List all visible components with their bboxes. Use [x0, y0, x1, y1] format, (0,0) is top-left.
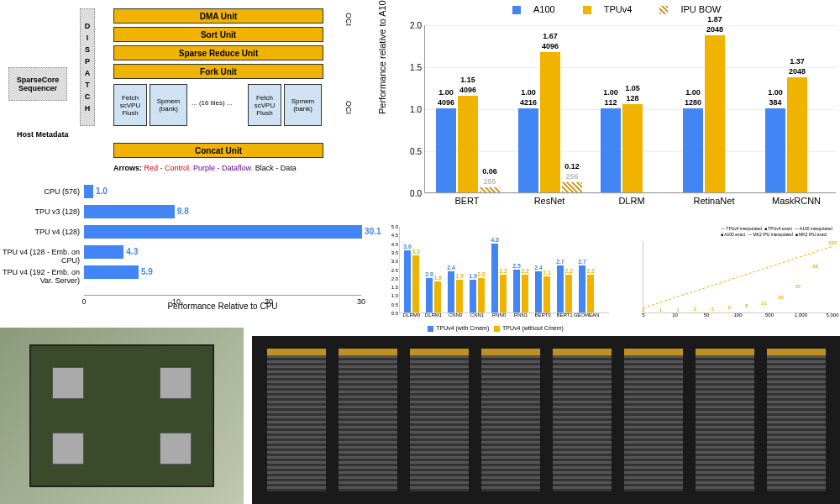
- spmem-right: Spmem (bank): [284, 84, 322, 126]
- scaling-plot: 510501005001,0005,000111235811203768103: [643, 241, 832, 313]
- tile-right: FetchscVPUFlush: [248, 84, 281, 126]
- concat-unit: Concat Unit: [113, 143, 323, 158]
- tpu-board-photo: [0, 328, 244, 504]
- main-legend: A100 TPUv4 IPU BOW: [512, 4, 746, 14]
- sparse-reduce-unit: Sparse Reduce Unit: [113, 45, 323, 60]
- spmem-left: Spmem (bank): [150, 84, 187, 126]
- tile-left: FetchscVPUFlush: [113, 84, 147, 126]
- host-metadata-label: Host Metadata: [17, 130, 69, 139]
- scaling-chart: — TPUv4 interpolated ■ TPUv4 exact — A10…: [622, 223, 836, 332]
- main-plot: 0.00.51.01.52.0BERT1.0040961.1540960.062…: [424, 25, 836, 193]
- hbar-xlabel: Performance Relative to CPU: [84, 302, 361, 311]
- perfw-plot: 0.00.51.01.52.02.53.03.54.04.55.03.63.3D…: [399, 227, 609, 313]
- horizontal-bar-chart: CPU (576)1.0TPU v3 (128)9.8TPU v4 (128)3…: [0, 181, 370, 311]
- sequencer-box: SparseCore Sequencer: [8, 67, 67, 101]
- dma-unit: DMA Unit: [113, 8, 323, 24]
- arrows-legend: Arrows: Red - Control. Purple - Dataflow…: [113, 164, 297, 172]
- fork-unit: Fork Unit: [113, 64, 323, 79]
- sparsecore-diagram: SparseCore Sequencer Host Metadata DISPA…: [0, 0, 370, 176]
- hbar-xaxis: 0102030: [84, 295, 361, 296]
- tpu-pod-photo: [252, 336, 840, 504]
- main-bar-chart: A100 TPUv4 IPU BOW Performance relative …: [378, 0, 840, 218]
- oci-bottom-label: OCI: [344, 101, 353, 114]
- sort-unit: Sort Unit: [113, 27, 323, 42]
- perfw-legend: TPUv4 (with Cmem) TPUv4 (without Cmem): [378, 325, 613, 332]
- main-ylabel: Performance relative to A100: [377, 0, 387, 114]
- oci-top-label: OCI: [344, 13, 353, 26]
- dispatch-box: DISPATCH: [80, 8, 95, 126]
- tiles-ellipsis: ... (16 tiles) ...: [192, 99, 232, 107]
- perfw-chart: 0.00.51.01.52.02.53.03.54.04.55.03.63.3D…: [378, 223, 613, 332]
